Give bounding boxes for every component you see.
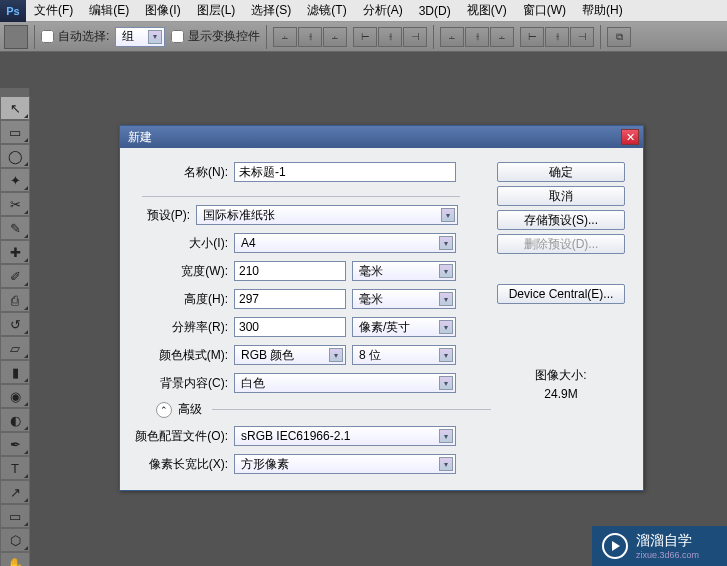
name-input[interactable]: [234, 162, 456, 182]
chevron-down-icon: ▾: [439, 457, 453, 471]
app-icon: Ps: [0, 0, 26, 22]
align-bottom-icon[interactable]: ⫠: [323, 27, 347, 47]
brush-tool[interactable]: ✐: [0, 264, 30, 288]
lasso-tool[interactable]: ◯: [0, 144, 30, 168]
show-transform-input[interactable]: [171, 30, 184, 43]
separator: [600, 25, 601, 49]
move-tool[interactable]: ↖: [0, 96, 30, 120]
watermark-url: zixue.3d66.com: [636, 550, 699, 560]
pen-tool[interactable]: ✒: [0, 432, 30, 456]
size-select[interactable]: A4 ▾: [234, 233, 456, 253]
delete-preset-button[interactable]: 删除预设(D)...: [497, 234, 625, 254]
height-label: 高度(H):: [132, 291, 228, 308]
preset-label: 预设(P):: [126, 207, 190, 224]
auto-align-icon[interactable]: ⧉: [607, 27, 631, 47]
menu-filter[interactable]: 滤镜(T): [299, 0, 354, 22]
blur-tool[interactable]: ◉: [0, 384, 30, 408]
gradient-tool[interactable]: ▮: [0, 360, 30, 384]
menu-image[interactable]: 图像(I): [137, 0, 188, 22]
pixel-aspect-select[interactable]: 方形像素 ▾: [234, 454, 456, 474]
toolbox: ↖ ▭ ◯ ✦ ✂ ✎ ✚ ✐ ⎙ ↺ ▱ ▮ ◉ ◐ ✒ T ↗ ▭ ⬡ ✋: [0, 88, 30, 566]
distribute-bottom-icon[interactable]: ⫠: [490, 27, 514, 47]
show-transform-checkbox[interactable]: 显示变换控件: [171, 28, 260, 45]
distribute-hcenter-icon[interactable]: ⫲: [545, 27, 569, 47]
dodge-tool[interactable]: ◐: [0, 408, 30, 432]
cancel-button[interactable]: 取消: [497, 186, 625, 206]
show-transform-label: 显示变换控件: [188, 28, 260, 45]
chevron-down-icon: ▾: [441, 208, 455, 222]
menu-select[interactable]: 选择(S): [243, 0, 299, 22]
aspect-label: 像素长宽比(X):: [132, 456, 228, 473]
resolution-unit-select[interactable]: 像素/英寸 ▾: [352, 317, 456, 337]
path-tool[interactable]: ↗: [0, 480, 30, 504]
distribute-vcenter-icon[interactable]: ⫲: [465, 27, 489, 47]
healing-tool[interactable]: ✚: [0, 240, 30, 264]
separator: [34, 25, 35, 49]
mode-label: 颜色模式(M):: [132, 347, 228, 364]
auto-select-checkbox[interactable]: 自动选择:: [41, 28, 109, 45]
options-bar: 自动选择: 组 ▾ 显示变换控件 ⫠ ⫲ ⫠ ⊢ ⫲ ⊣ ⫠ ⫲ ⫠ ⊢ ⫲ ⊣…: [0, 22, 727, 52]
menu-edit[interactable]: 编辑(E): [81, 0, 137, 22]
height-unit-select[interactable]: 毫米 ▾: [352, 289, 456, 309]
profile-label: 颜色配置文件(O):: [132, 428, 228, 445]
type-tool[interactable]: T: [0, 456, 30, 480]
menu-3d[interactable]: 3D(D): [411, 1, 459, 21]
chevron-down-icon: ▾: [439, 348, 453, 362]
dialog-titlebar[interactable]: 新建 ✕: [120, 126, 643, 148]
align-hcenter-icon[interactable]: ⫲: [378, 27, 402, 47]
align-right-icon[interactable]: ⊣: [403, 27, 427, 47]
background-select[interactable]: 白色 ▾: [234, 373, 456, 393]
eraser-tool[interactable]: ▱: [0, 336, 30, 360]
bit-depth-select[interactable]: 8 位 ▾: [352, 345, 456, 365]
background-label: 背景内容(C):: [132, 375, 228, 392]
align-left-icon[interactable]: ⊢: [353, 27, 377, 47]
stamp-tool[interactable]: ⎙: [0, 288, 30, 312]
chevron-down-icon: ▾: [439, 376, 453, 390]
advanced-toggle[interactable]: ⌃: [156, 402, 172, 418]
save-preset-button[interactable]: 存储预设(S)...: [497, 210, 625, 230]
width-input[interactable]: [234, 261, 346, 281]
align-vcenter-icon[interactable]: ⫲: [298, 27, 322, 47]
ok-button[interactable]: 确定: [497, 162, 625, 182]
distribute-top-icon[interactable]: ⫠: [440, 27, 464, 47]
menu-analysis[interactable]: 分析(A): [355, 0, 411, 22]
separator: [266, 25, 267, 49]
align-top-icon[interactable]: ⫠: [273, 27, 297, 47]
history-brush-tool[interactable]: ↺: [0, 312, 30, 336]
menubar: Ps 文件(F) 编辑(E) 图像(I) 图层(L) 选择(S) 滤镜(T) 分…: [0, 0, 727, 22]
hand-tool[interactable]: ✋: [0, 552, 30, 566]
crop-tool[interactable]: ✂: [0, 192, 30, 216]
menu-layer[interactable]: 图层(L): [189, 0, 244, 22]
device-central-button[interactable]: Device Central(E)...: [497, 284, 625, 304]
preset-select[interactable]: 国际标准纸张 ▾: [196, 205, 458, 225]
magic-wand-tool[interactable]: ✦: [0, 168, 30, 192]
auto-select-input[interactable]: [41, 30, 54, 43]
distribute-right-icon[interactable]: ⊣: [570, 27, 594, 47]
menu-view[interactable]: 视图(V): [459, 0, 515, 22]
color-mode-select[interactable]: RGB 颜色 ▾: [234, 345, 346, 365]
menu-help[interactable]: 帮助(H): [574, 0, 631, 22]
width-label: 宽度(W):: [132, 263, 228, 280]
shape-tool[interactable]: ▭: [0, 504, 30, 528]
dialog-title: 新建: [128, 129, 152, 146]
resolution-input[interactable]: [234, 317, 346, 337]
size-label: 大小(I):: [132, 235, 228, 252]
chevron-down-icon: ▾: [329, 348, 343, 362]
eyedropper-tool[interactable]: ✎: [0, 216, 30, 240]
3d-tool[interactable]: ⬡: [0, 528, 30, 552]
image-size-value: 24.9M: [535, 385, 586, 404]
play-icon: [602, 533, 628, 559]
menu-window[interactable]: 窗口(W): [515, 0, 574, 22]
new-dialog: 新建 ✕ 名称(N): 预设(P): 国际标准纸张 ▾ 大小(I): A4 ▾: [119, 125, 644, 491]
width-unit-select[interactable]: 毫米 ▾: [352, 261, 456, 281]
menu-file[interactable]: 文件(F): [26, 0, 81, 22]
tool-indicator-icon: [4, 25, 28, 49]
chevron-down-icon: ▾: [439, 292, 453, 306]
marquee-tool[interactable]: ▭: [0, 120, 30, 144]
group-select[interactable]: 组 ▾: [115, 27, 165, 47]
color-profile-select[interactable]: sRGB IEC61966-2.1 ▾: [234, 426, 456, 446]
height-input[interactable]: [234, 289, 346, 309]
toolbox-grip[interactable]: [0, 88, 29, 96]
distribute-left-icon[interactable]: ⊢: [520, 27, 544, 47]
close-button[interactable]: ✕: [621, 129, 639, 145]
